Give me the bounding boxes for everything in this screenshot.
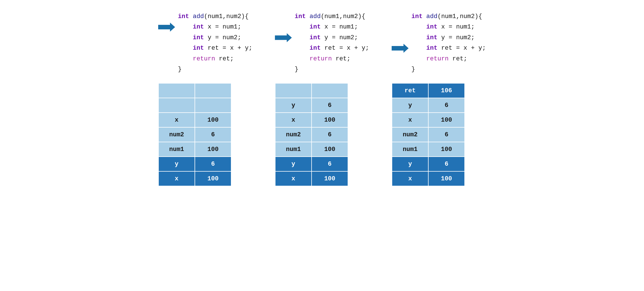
table-cell-name: x — [158, 113, 195, 127]
stack-table-1: x100num26num1100y6x100 — [158, 83, 231, 186]
code-token: (num1,num2){ — [204, 13, 248, 20]
table-cell-name: x — [275, 171, 312, 186]
code-line-2-4: int ret = x + y; — [295, 43, 369, 53]
table-row: x100 — [275, 171, 348, 186]
table-row: x100 — [392, 113, 465, 127]
table-row: y6 — [158, 157, 231, 171]
arrow-container-1 — [158, 11, 175, 32]
table-cell-name: x — [392, 171, 428, 186]
table-section-1: x100num26num1100y6x100 — [158, 83, 231, 186]
table-cell-value: 100 — [312, 142, 348, 157]
code-token: int — [295, 23, 321, 30]
table-cell-name: x — [275, 113, 312, 127]
code-token: int — [178, 45, 204, 52]
table-cell-name: num2 — [275, 127, 312, 142]
table-row — [158, 98, 231, 113]
table-row: num1100 — [392, 142, 465, 157]
code-line-3-4: int ret = x + y; — [411, 43, 486, 53]
table-cell-name: x — [158, 171, 195, 186]
code-line-3-6: } — [411, 64, 486, 75]
code-line-2-1: int add(num1,num2){ — [295, 11, 369, 22]
code-token: } — [178, 66, 182, 73]
code-token — [295, 55, 310, 62]
code-token: } — [295, 66, 298, 73]
code-token: ret; — [215, 55, 234, 62]
table-cell-value: 6 — [428, 98, 465, 113]
table-cell-value: 100 — [195, 113, 231, 127]
arrow-icon-1 — [158, 23, 175, 32]
code-token: int — [295, 13, 306, 20]
code-token: ret; — [449, 55, 467, 62]
table-section-2: y6x100num26num1100y6x100 — [275, 83, 348, 186]
code-token: int — [411, 23, 437, 30]
main-container: int add(num1,num2){ int x = num1; int y … — [40, 11, 604, 186]
table-cell-value: 106 — [428, 83, 465, 98]
code-token: ret; — [332, 55, 350, 62]
table-row — [275, 83, 348, 98]
table-row: x100 — [158, 171, 231, 186]
code-line-1-1: int add(num1,num2){ — [178, 11, 252, 22]
code-token: (num1,num2){ — [437, 13, 482, 20]
code-token: x = num1; — [437, 23, 475, 30]
table-section-3: ret106y6x100num26num1100y6x100 — [392, 83, 465, 186]
code-token: ret = x + y; — [321, 45, 369, 52]
table-row: x100 — [275, 113, 348, 127]
code-token: ret = x + y; — [437, 45, 486, 52]
table-cell-value: 6 — [195, 127, 231, 142]
code-line-1-6: } — [178, 64, 252, 75]
code-line-1-4: int ret = x + y; — [178, 43, 252, 53]
table-cell-name: y — [392, 157, 428, 171]
code-token — [306, 13, 310, 20]
code-line-2-3: int y = num2; — [295, 32, 369, 43]
code-token — [423, 13, 426, 20]
table-cell-name: x — [392, 113, 428, 127]
code-token: int — [178, 23, 204, 30]
table-cell-name: y — [275, 98, 312, 113]
code-block-3: int add(num1,num2){ int x = num1; int y … — [411, 11, 486, 75]
table-cell-name: y — [275, 157, 312, 171]
code-token — [411, 55, 426, 62]
code-token: y = num2; — [321, 34, 358, 41]
table-row: x100 — [158, 113, 231, 127]
code-token: } — [411, 66, 415, 73]
code-token: y = num2; — [204, 34, 241, 41]
code-line-1-3: int y = num2; — [178, 32, 252, 43]
table-cell-name: num1 — [392, 142, 428, 157]
code-token: int — [178, 34, 204, 41]
code-token: x = num1; — [204, 23, 241, 30]
stack-table-3: ret106y6x100num26num1100y6x100 — [392, 83, 465, 186]
code-token: int — [295, 45, 321, 52]
table-cell-value: 6 — [428, 127, 465, 142]
table-row: num26 — [275, 127, 348, 142]
code-line-1-5: return ret; — [178, 54, 252, 64]
panel-1: int add(num1,num2){ int x = num1; int y … — [158, 11, 252, 186]
code-token: add — [426, 13, 438, 20]
code-token: return — [426, 55, 449, 62]
table-cell-value — [195, 83, 231, 98]
table-cell-value: 100 — [428, 171, 465, 186]
table-row: y6 — [275, 98, 348, 113]
table-cell-value: 100 — [428, 113, 465, 127]
code-line-1-2: int x = num1; — [178, 22, 252, 32]
code-token: return — [193, 55, 215, 62]
table-cell-value: 6 — [428, 157, 465, 171]
table-row: num1100 — [158, 142, 231, 157]
panel-2: int add(num1,num2){ int x = num1; int y … — [275, 11, 369, 186]
table-cell-value — [195, 98, 231, 113]
table-cell-name — [275, 83, 312, 98]
code-line-2-2: int x = num1; — [295, 22, 369, 32]
code-token: y = num2; — [437, 34, 475, 41]
table-cell-name: y — [158, 157, 195, 171]
table-cell-name: num1 — [158, 142, 195, 157]
code-section-2: int add(num1,num2){ int x = num1; int y … — [275, 11, 369, 75]
table-cell-value: 6 — [312, 98, 348, 113]
code-block-2: int add(num1,num2){ int x = num1; int y … — [295, 11, 369, 75]
table-row: y6 — [275, 157, 348, 171]
arrow-icon-3 — [392, 44, 409, 53]
table-cell-name: num1 — [275, 142, 312, 157]
table-cell-value: 100 — [195, 171, 231, 186]
code-token: return — [310, 55, 332, 62]
code-token: int — [295, 34, 321, 41]
table-row: num26 — [158, 127, 231, 142]
table-row: y6 — [392, 157, 465, 171]
